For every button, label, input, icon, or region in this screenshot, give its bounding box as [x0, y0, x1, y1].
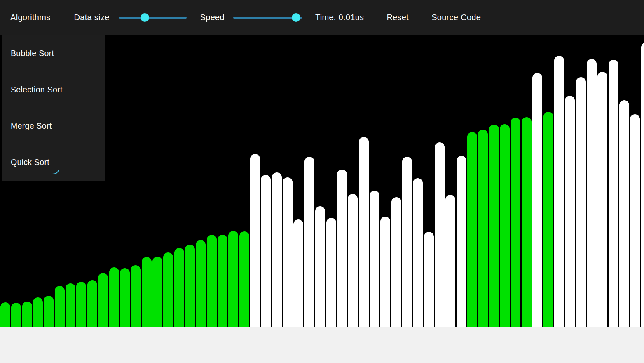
sort-bar: [543, 112, 553, 327]
sort-bar: [348, 194, 358, 327]
sort-bar: [163, 252, 173, 327]
sort-bar: [120, 268, 130, 327]
sort-bar: [218, 235, 227, 327]
sort-bar: [370, 191, 379, 327]
sort-bar: [98, 273, 108, 327]
sort-bar: [478, 130, 488, 327]
menu-item-quick-sort[interactable]: Quick Sort: [2, 144, 105, 180]
sort-bar: [576, 77, 586, 327]
sort-bar: [641, 42, 644, 327]
sort-bar: [228, 231, 238, 327]
speed-label: Speed: [200, 13, 225, 22]
sort-bar: [272, 172, 282, 327]
sort-bar: [185, 245, 195, 327]
data-size-label: Data size: [74, 13, 109, 22]
menu-item-label: Quick Sort: [11, 158, 49, 167]
sort-bar: [522, 117, 532, 327]
menu-item-label: Merge Sort: [11, 121, 52, 131]
navbar: Algorithms Data size Speed Time: 0.01us …: [0, 0, 644, 35]
sort-bar: [207, 235, 217, 327]
sort-bar: [337, 170, 347, 327]
algorithms-menu-button[interactable]: Algorithms: [10, 13, 50, 22]
menu-item-bubble-sort[interactable]: Bubble Sort: [2, 35, 105, 71]
sort-bar: [283, 177, 293, 327]
time-status: Time: 0.01us: [315, 13, 364, 22]
algorithms-dropdown-menu: Bubble Sort Selection Sort Merge Sort Qu…: [2, 35, 105, 181]
data-size-slider-track[interactable]: [119, 17, 187, 19]
sort-bar: [500, 124, 510, 327]
sort-bar: [597, 72, 607, 327]
sort-bar: [435, 142, 445, 327]
sort-bar: [304, 157, 314, 327]
menu-item-label: Selection Sort: [11, 85, 63, 94]
sort-bar: [76, 282, 86, 327]
sort-bar: [391, 197, 401, 327]
sort-bar: [402, 157, 412, 327]
reset-button[interactable]: Reset: [386, 13, 409, 22]
sort-bar: [250, 154, 260, 327]
sort-bar: [489, 125, 499, 327]
sort-bar: [619, 100, 629, 327]
sort-bar: [293, 219, 303, 327]
sort-bar: [131, 265, 141, 327]
sort-bar: [22, 302, 32, 327]
sort-bar: [33, 297, 43, 327]
sort-bar: [315, 206, 325, 327]
sort-bar: [554, 56, 564, 327]
sort-bar: [565, 96, 575, 327]
sort-bar: [359, 137, 369, 327]
sort-bar: [66, 283, 75, 327]
sort-bar: [55, 286, 65, 327]
sort-bar: [11, 303, 21, 327]
sort-bar: [261, 175, 271, 327]
sort-bar: [326, 218, 336, 327]
footer-strip: [0, 327, 644, 363]
sort-bar: [587, 59, 597, 327]
sort-bar: [109, 267, 119, 327]
menu-item-selection-sort[interactable]: Selection Sort: [2, 71, 105, 108]
sort-bar: [457, 156, 466, 327]
sort-bar: [609, 60, 618, 327]
sort-bar: [174, 248, 184, 327]
menu-item-label: Bubble Sort: [11, 49, 54, 58]
menu-item-merge-sort[interactable]: Merge Sort: [2, 108, 105, 144]
sort-bar: [142, 257, 152, 327]
sort-bar: [532, 73, 542, 327]
sort-bar: [413, 178, 423, 327]
sort-bar: [44, 296, 54, 327]
sort-bar: [511, 118, 520, 327]
sort-bar: [87, 280, 97, 327]
sort-bar: [0, 302, 10, 327]
sort-bar: [424, 232, 434, 327]
sort-bar: [152, 257, 162, 327]
sort-bar: [445, 195, 455, 327]
sort-bar: [630, 114, 640, 327]
speed-slider-thumb[interactable]: [292, 13, 300, 22]
sort-bar: [239, 231, 249, 327]
sort-bar: [196, 240, 206, 327]
active-item-underline-icon: [3, 170, 59, 175]
data-size-slider[interactable]: [119, 13, 187, 22]
sort-bar: [467, 132, 477, 327]
data-size-slider-thumb[interactable]: [141, 13, 149, 22]
speed-slider[interactable]: [233, 13, 302, 22]
sort-bar: [380, 217, 390, 327]
source-code-link[interactable]: Source Code: [431, 13, 481, 22]
